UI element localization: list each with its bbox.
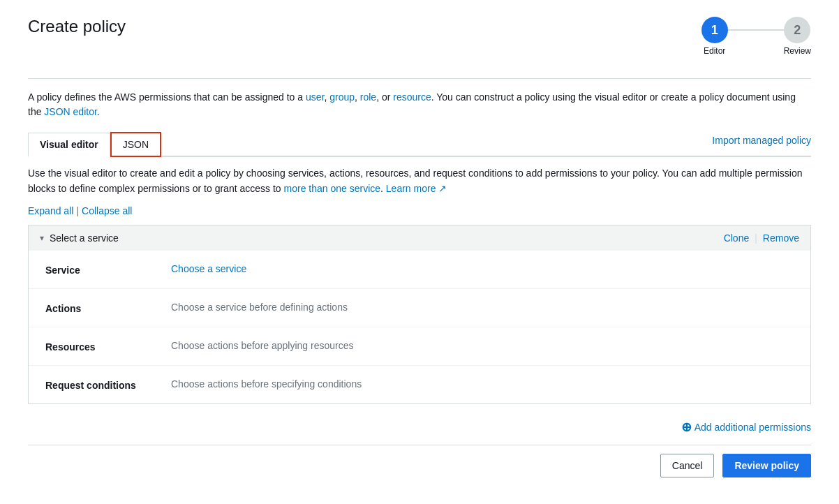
- review-policy-button[interactable]: Review policy: [722, 454, 811, 477]
- permission-body: Service Choose a service Actions Choose …: [29, 251, 810, 403]
- tab-visual-editor[interactable]: Visual editor: [28, 133, 110, 157]
- resource-link[interactable]: resource: [393, 91, 431, 103]
- collapse-all-link[interactable]: Collapse all: [82, 205, 132, 216]
- expand-all-link[interactable]: Expand all: [28, 205, 73, 216]
- step-connector: [728, 29, 784, 31]
- json-editor-link[interactable]: JSON editor: [44, 106, 96, 117]
- tabs-row: Visual editor JSON Import managed policy: [28, 131, 811, 157]
- service-label: Service: [45, 263, 171, 276]
- resources-value: Choose actions before applying resources: [171, 340, 354, 351]
- step-2-label: Review: [784, 46, 811, 56]
- description-text: A policy defines the AWS permissions tha…: [28, 90, 811, 119]
- expand-separator: |: [76, 205, 79, 216]
- group-link[interactable]: group: [329, 91, 355, 103]
- clone-link[interactable]: Clone: [724, 232, 750, 244]
- tab-json[interactable]: JSON: [110, 132, 161, 157]
- footer: Cancel Review policy: [28, 445, 811, 477]
- clone-remove-separator: |: [755, 232, 757, 244]
- import-managed-policy-link[interactable]: Import managed policy: [712, 135, 811, 151]
- external-link-icon: ↗: [438, 183, 447, 194]
- step-1: 1 Editor: [701, 17, 728, 56]
- permission-header: ▾ Select a service Clone | Remove: [29, 225, 810, 251]
- actions-row: Actions Choose a service before defining…: [29, 289, 810, 327]
- tabs-container: Visual editor JSON: [28, 131, 161, 156]
- request-conditions-label: Request conditions: [45, 378, 171, 391]
- info-bar: Use the visual editor to create and edit…: [28, 165, 811, 197]
- step-1-circle: 1: [701, 17, 728, 43]
- learn-more-link[interactable]: Learn more ↗: [386, 183, 447, 194]
- add-additional-permissions-label: Add additional permissions: [695, 422, 811, 433]
- actions-value: Choose a service before defining actions: [171, 302, 348, 313]
- add-permissions-row: ⊕ Add additional permissions: [28, 415, 811, 445]
- request-conditions-value: Choose actions before specifying conditi…: [171, 378, 362, 390]
- header-divider: [28, 78, 811, 79]
- select-service-label: Select a service: [50, 232, 119, 244]
- chevron-icon: ▾: [40, 233, 44, 243]
- user-link[interactable]: user: [306, 91, 324, 103]
- remove-link[interactable]: Remove: [763, 232, 799, 244]
- plus-icon: ⊕: [681, 421, 692, 433]
- request-conditions-row: Request conditions Choose actions before…: [29, 366, 810, 403]
- resources-label: Resources: [45, 340, 171, 353]
- choose-service-link[interactable]: Choose a service: [171, 263, 246, 274]
- permission-block: ▾ Select a service Clone | Remove Servic…: [28, 225, 811, 404]
- step-2: 2 Review: [784, 17, 811, 56]
- role-link[interactable]: role: [360, 91, 376, 103]
- step-2-circle: 2: [784, 17, 810, 43]
- step-1-label: Editor: [704, 46, 725, 56]
- page-title: Create policy: [28, 17, 126, 36]
- info-text-2: .: [380, 183, 386, 194]
- cancel-button[interactable]: Cancel: [660, 454, 715, 477]
- actions-label: Actions: [45, 302, 171, 314]
- expand-collapse-row: Expand all | Collapse all: [28, 205, 811, 216]
- permission-header-right: Clone | Remove: [724, 232, 799, 244]
- service-row: Service Choose a service: [29, 251, 810, 289]
- permission-header-left: ▾ Select a service: [40, 232, 119, 244]
- more-than-one-service-link[interactable]: more than one service: [284, 183, 381, 194]
- stepper: 1 Editor 2 Review: [701, 17, 811, 56]
- add-additional-permissions-button[interactable]: ⊕ Add additional permissions: [681, 421, 811, 433]
- resources-row: Resources Choose actions before applying…: [29, 327, 810, 366]
